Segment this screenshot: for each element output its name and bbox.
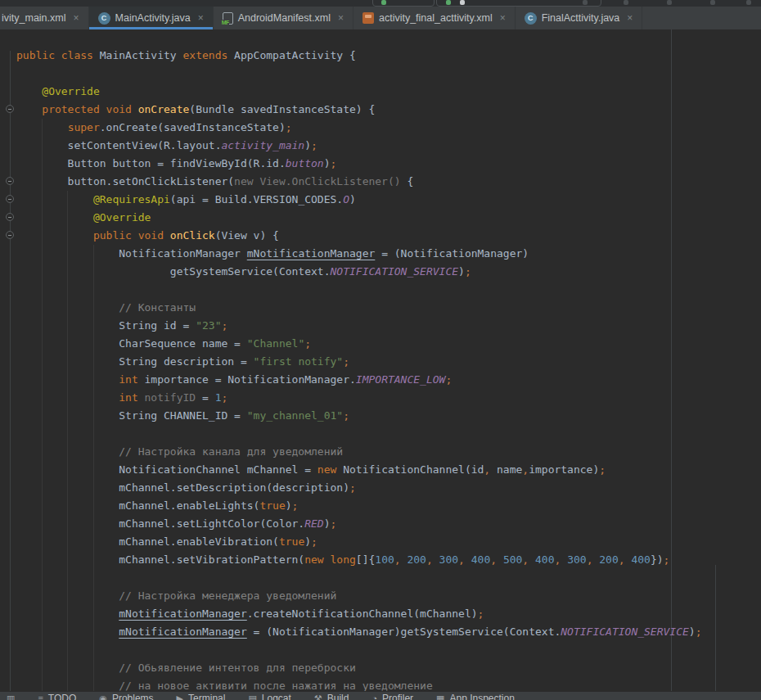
code-token-txt: getSystemService(Context. xyxy=(16,265,331,278)
code-token-field: IMPORTANCE_LOW xyxy=(356,373,446,386)
code-token-punc: ; xyxy=(696,625,702,638)
code-line: mChannel.setVibrationPattern(new long[]{… xyxy=(16,551,702,569)
fold-marker-icon[interactable] xyxy=(6,195,14,203)
toolbar-button-icon[interactable] xyxy=(583,0,588,5)
toolwindow-button-app-inspection[interactable]: ▦App Inspection xyxy=(436,693,515,700)
code-token-punc: ; xyxy=(221,391,227,404)
code-token-txt: mChannel.enableVibration( xyxy=(16,535,279,548)
tab-ivity-main-xml[interactable]: ivity_main.xml× xyxy=(0,7,89,29)
toolbar-button-icon[interactable] xyxy=(746,0,751,5)
toolwindow-button-terminal[interactable]: ▶Terminal xyxy=(177,693,226,700)
toolwindow-button-build[interactable]: ⚒Build xyxy=(314,693,349,700)
toolbar-button-icon[interactable] xyxy=(710,0,715,5)
code-token-punc: ; xyxy=(599,463,606,476)
code-token-txt: button.setOnClickListener( xyxy=(16,175,234,187)
code-token-ann: @RequiresApi xyxy=(93,193,170,205)
code-token-field: NOTIFICATION_SERVICE xyxy=(561,625,689,638)
code-token-punc: ; xyxy=(221,319,227,332)
tool-windows-icon[interactable]: ▥ xyxy=(7,693,15,700)
code-token-num: 300 xyxy=(567,553,586,566)
code-token-punc: ; xyxy=(311,139,317,151)
code-token-punc: , xyxy=(619,553,632,566)
code-line: getSystemService(Context.NOTIFICATION_SE… xyxy=(16,263,702,281)
code-token-num: 100 xyxy=(375,553,394,566)
toolwindow-button-label: TODO xyxy=(48,693,76,700)
code-token-txt: String CHANNEL_ID = xyxy=(16,409,247,422)
code-token-kw: extends xyxy=(183,49,228,61)
terminal-icon: ▶ xyxy=(177,693,183,700)
toolwindow-button-profiler[interactable]: ◔Profiler xyxy=(371,693,413,700)
toolbar-button-icon[interactable] xyxy=(624,0,628,5)
tab-close-icon[interactable]: × xyxy=(627,13,633,23)
code-token-fn: onCreate xyxy=(138,103,190,115)
code-token-punc: , xyxy=(522,463,529,476)
right-margin-guide xyxy=(715,565,716,691)
code-token-num: 400 xyxy=(471,553,490,566)
code-token-txt: mChannel.setLightColor(Color. xyxy=(16,517,304,530)
toolwindow-button-label: Build xyxy=(327,693,349,700)
code-token-txt: mChannel.setVibrationPattern( xyxy=(16,553,304,566)
toolwindow-button-label: Terminal xyxy=(188,693,225,700)
code-token-kw: public void xyxy=(16,229,170,242)
debug-icon[interactable] xyxy=(446,0,451,5)
code-line: String id = "23"; xyxy=(16,317,702,335)
code-line: Button button = findViewById(R.id.button… xyxy=(16,155,702,173)
tab-androidmanifest-xml[interactable]: MFAndroidManifest.xml× xyxy=(214,7,353,29)
code-token-txt: String id = xyxy=(16,319,196,332)
code-line: int notifyID = 1; xyxy=(16,389,702,407)
fold-marker-icon[interactable] xyxy=(6,231,14,239)
code-token-kw: super xyxy=(68,121,100,133)
code-token-kw: new xyxy=(317,463,336,476)
code-line: mNotificationManager.createNotificationC… xyxy=(16,605,702,623)
tab-label: MainActivity.java xyxy=(115,12,191,24)
toolwindow-button-todo[interactable]: ≡TODO xyxy=(38,693,76,700)
code-token-cmt: // Константы xyxy=(16,301,196,314)
tab-finalacttivity-java[interactable]: CFinalActtivity.java× xyxy=(516,7,643,29)
problems-icon: ◉ xyxy=(99,693,107,700)
code-token-ann: @Override xyxy=(16,85,100,97)
tab-close-icon[interactable]: × xyxy=(500,13,506,23)
code-token-u: mNotificationManager xyxy=(119,625,247,638)
code-token-punc: ; xyxy=(465,265,471,278)
code-lines: public class MainActivity extends AppCom… xyxy=(16,47,702,691)
tab-label: activity_final_acttivity.xml xyxy=(379,12,493,24)
code-token-txt: String description = xyxy=(16,355,254,368)
code-token-txt: NotificationChannel mChannel = xyxy=(16,463,317,476)
tab-close-icon[interactable]: × xyxy=(338,13,344,23)
fold-marker-icon[interactable] xyxy=(6,105,14,113)
tab-close-icon[interactable]: × xyxy=(74,13,79,23)
code-token-txt: = (NotificationManager) xyxy=(375,247,529,260)
code-line: int importance = NotificationManager.IMP… xyxy=(16,371,702,389)
code-token-punc: ; xyxy=(286,121,292,133)
code-token-txt: ) xyxy=(324,157,331,169)
tab-label: ivity_main.xml xyxy=(2,12,66,24)
tab-activity-final-acttivity-xml[interactable]: activity_final_acttivity.xml× xyxy=(353,7,516,29)
fold-marker-icon[interactable] xyxy=(6,213,14,221)
fold-marker-icon[interactable] xyxy=(6,177,14,185)
code-token-field: button xyxy=(286,157,324,169)
code-editor[interactable]: public class MainActivity extends AppCom… xyxy=(0,29,761,691)
build-icon: ⚒ xyxy=(314,693,322,700)
code-token-num: 500 xyxy=(503,553,522,566)
code-token-punc: ; xyxy=(478,607,484,620)
android-studio-window: ivity_main.xml×CMainActivity.java×MFAndr… xyxy=(0,0,761,700)
code-line xyxy=(16,425,702,443)
toolwindow-button-problems[interactable]: ◉Problems xyxy=(99,693,153,700)
stop-icon[interactable] xyxy=(460,0,465,5)
toolbar-button-icon[interactable] xyxy=(667,0,672,5)
run-icon[interactable] xyxy=(381,0,386,5)
code-line: @RequiresApi(api = Build.VERSION_CODES.O… xyxy=(16,191,702,209)
code-token-field: RED xyxy=(304,517,323,530)
code-line: public class MainActivity extends AppCom… xyxy=(16,47,702,65)
code-token-punc: ; xyxy=(304,337,311,350)
tab-close-icon[interactable]: × xyxy=(198,13,204,23)
code-token-punc: , xyxy=(587,553,600,566)
code-token-punc: , xyxy=(490,553,503,566)
java-class-icon: C xyxy=(98,12,110,25)
code-line: String CHANNEL_ID = "my_channel_01"; xyxy=(16,407,702,425)
toolwindow-button-logcat[interactable]: ▤Logcat xyxy=(248,693,290,700)
tab-mainactivity-java[interactable]: CMainActivity.java× xyxy=(89,7,214,29)
code-token-txt: name xyxy=(490,463,522,476)
code-line: // Настройка менеджера уведомлений xyxy=(16,587,702,605)
editor-tab-bar: ivity_main.xml×CMainActivity.java×MFAndr… xyxy=(0,7,761,29)
